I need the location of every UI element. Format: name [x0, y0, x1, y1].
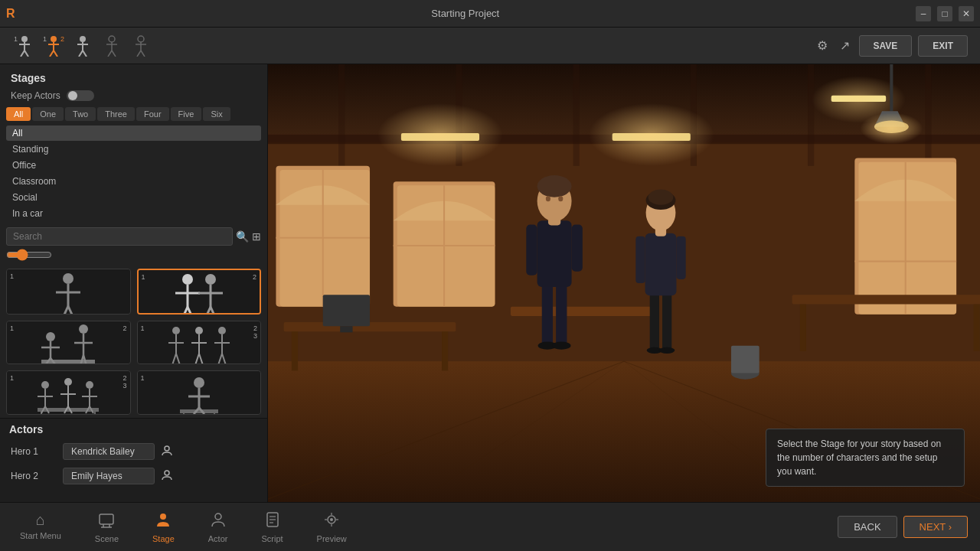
- stage-card-1desk[interactable]: 1 1 Desk: [137, 370, 262, 415]
- back-button[interactable]: BACK: [838, 516, 897, 538]
- svg-point-63: [218, 327, 226, 334]
- svg-point-147: [552, 342, 571, 350]
- svg-point-15: [109, 36, 115, 42]
- stage-num-2a: 1: [142, 273, 145, 281]
- svg-rect-139: [792, 295, 980, 304]
- tab-two[interactable]: Two: [65, 107, 96, 121]
- tab-one[interactable]: One: [32, 107, 64, 121]
- stage-card-2stand[interactable]: 1 2: [137, 269, 262, 315]
- category-social[interactable]: Social: [6, 190, 261, 205]
- keep-actors-label: Keep Actors: [11, 90, 60, 101]
- char-figure-2: [45, 35, 62, 57]
- stage-card-3stand[interactable]: 1 2 3: [137, 321, 262, 365]
- stage-card-img-3desk: 1 2 3: [7, 371, 130, 415]
- stage-card-1stand[interactable]: 1 1 Stand: [6, 269, 131, 315]
- stage-figure-3stand: [165, 321, 234, 365]
- hero2-label: Hero 2: [11, 471, 57, 481]
- minimize-button[interactable]: –: [916, 6, 931, 21]
- next-button[interactable]: NEXT ›: [903, 516, 968, 538]
- tab-all[interactable]: All: [6, 107, 31, 121]
- preview-nav-icon: [323, 511, 340, 528]
- script-icon: [264, 511, 281, 532]
- category-classroom[interactable]: Classroom: [6, 174, 261, 189]
- hero1-name-button[interactable]: Kendrick Bailey: [63, 443, 155, 460]
- toolbar-right: ⚙ ↗ SAVE EXIT: [814, 35, 968, 57]
- tab-three[interactable]: Three: [97, 107, 135, 121]
- svg-point-81: [86, 381, 93, 389]
- preview-icon: [323, 511, 340, 532]
- close-button[interactable]: ✕: [959, 6, 974, 21]
- window-controls: – □ ✕: [916, 6, 974, 21]
- stage-card-img-2stand: 1 2: [139, 270, 260, 315]
- char-slot-3[interactable]: [70, 34, 95, 58]
- settings-icon-btn[interactable]: ⚙: [814, 35, 831, 56]
- nav-preview[interactable]: Preview: [309, 508, 354, 546]
- keep-actors-toggle[interactable]: [67, 90, 94, 101]
- char-figure-4: [103, 35, 120, 57]
- svg-line-61: [194, 354, 199, 365]
- grid-view-btn[interactable]: ⊞: [252, 230, 261, 243]
- svg-rect-126: [858, 162, 956, 315]
- svg-rect-162: [676, 236, 685, 279]
- svg-rect-160: [645, 233, 677, 296]
- nav-script[interactable]: Script: [253, 508, 290, 546]
- hero2-edit-button[interactable]: [161, 469, 173, 484]
- nav-start-menu[interactable]: ⌂ Start Menu: [12, 508, 69, 546]
- nav-scene[interactable]: Scene: [87, 508, 126, 546]
- stage-num-4a: 1: [141, 324, 145, 332]
- svg-point-48: [79, 324, 88, 334]
- svg-point-166: [648, 189, 674, 204]
- char-figure-5: [132, 35, 149, 57]
- svg-point-94: [165, 446, 169, 451]
- svg-point-76: [64, 378, 72, 386]
- actor-row-hero2: Hero 2 Emily Hayes: [6, 465, 261, 487]
- main-toolbar: 1 1 2: [0, 28, 980, 64]
- svg-rect-86: [180, 409, 218, 413]
- size-slider[interactable]: [6, 249, 52, 261]
- tab-six[interactable]: Six: [203, 107, 230, 121]
- hero2-name-button[interactable]: Emily Hayes: [63, 468, 155, 484]
- stage-tabs: All One Two Three Four Five Six: [0, 107, 267, 126]
- category-in-a-car[interactable]: In a car: [6, 206, 261, 221]
- tab-four[interactable]: Four: [136, 107, 169, 121]
- stage-card-2desk[interactable]: 1 2: [6, 321, 131, 365]
- char-slot-4[interactable]: [100, 34, 124, 58]
- stage-num-4c: 3: [253, 332, 257, 340]
- category-office[interactable]: Office: [6, 158, 261, 173]
- hero1-edit-button[interactable]: [161, 445, 173, 459]
- char-slot-2[interactable]: 1 2: [41, 34, 66, 58]
- svg-line-29: [68, 306, 76, 315]
- maximize-button[interactable]: □: [937, 6, 952, 21]
- char-slot-1-badge: 1: [14, 35, 18, 43]
- stage-num-3a: 1: [10, 324, 14, 332]
- svg-rect-110: [925, 64, 931, 166]
- category-standing[interactable]: Standing: [6, 142, 261, 157]
- svg-line-38: [203, 307, 211, 315]
- nav-stage[interactable]: Stage: [145, 508, 182, 546]
- actor-icon: [210, 511, 227, 532]
- svg-rect-137: [340, 326, 352, 332]
- category-all[interactable]: All: [6, 126, 261, 141]
- svg-point-95: [165, 471, 169, 475]
- svg-line-33: [180, 307, 188, 315]
- svg-line-23: [137, 51, 141, 57]
- app-logo: R: [6, 7, 15, 21]
- nav-actor[interactable]: Actor: [201, 508, 236, 546]
- svg-line-57: [176, 354, 181, 365]
- search-input[interactable]: [6, 227, 233, 246]
- svg-line-56: [172, 354, 176, 365]
- export-icon-btn[interactable]: ↗: [837, 35, 853, 56]
- char-slot-1[interactable]: 1: [12, 34, 37, 58]
- stages-header: Stages: [0, 64, 267, 87]
- svg-point-58: [195, 327, 203, 334]
- svg-line-34: [188, 307, 195, 315]
- tab-five[interactable]: Five: [171, 107, 202, 121]
- search-icon-btn[interactable]: 🔍: [236, 230, 249, 243]
- svg-rect-167: [100, 514, 113, 524]
- save-button[interactable]: SAVE: [859, 35, 913, 57]
- char-figure-1: [16, 35, 33, 57]
- stage-card-3desk[interactable]: 1 2 3: [6, 370, 131, 415]
- stage-num-1: 1: [10, 272, 14, 280]
- exit-button[interactable]: EXIT: [918, 35, 968, 57]
- char-slot-5[interactable]: [129, 34, 153, 58]
